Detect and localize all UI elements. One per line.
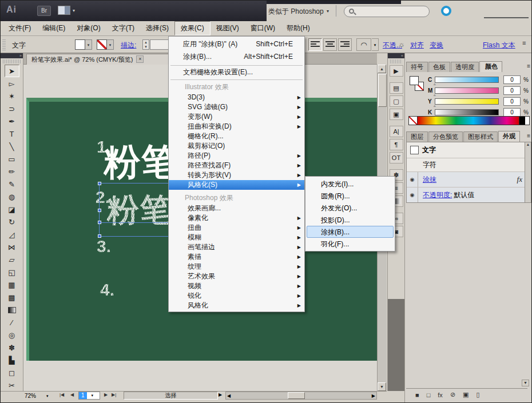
- color-panel-menu-icon[interactable]: ≡: [527, 63, 530, 69]
- scroll-down-icon[interactable]: ▼: [378, 382, 386, 391]
- next-artboard-button[interactable]: ▶: [104, 392, 108, 397]
- effect-menu-item[interactable]: 纹理 ▶: [169, 262, 304, 272]
- character-panel-icon[interactable]: A|: [390, 126, 403, 137]
- flash-text-link[interactable]: Flash 文本: [483, 41, 515, 50]
- transform-panel-icon[interactable]: ▢: [390, 95, 403, 107]
- panel-tab[interactable]: 图层: [406, 131, 428, 142]
- paintbrush-tool[interactable]: ✏: [5, 165, 19, 178]
- spectrum-bar[interactable]: [418, 116, 519, 125]
- channel-value-field[interactable]: 0: [503, 86, 521, 95]
- effect-menu-item[interactable]: 视频 ▶: [169, 281, 304, 291]
- previous-artboard-button[interactable]: ◀: [70, 392, 74, 397]
- effect-menu-item[interactable]: 锐化 ▶: [169, 291, 304, 301]
- menu-bar-item[interactable]: 文字(T): [106, 21, 140, 35]
- panel-scroll-down-icon[interactable]: ▼: [522, 380, 529, 386]
- bridge-button[interactable]: Br: [37, 6, 51, 16]
- align-panel-icon[interactable]: ▤: [390, 82, 403, 94]
- appearance-object-row[interactable]: 文字: [407, 142, 527, 158]
- blob-brush-tool[interactable]: ◍: [5, 190, 19, 203]
- type-tool[interactable]: T: [5, 127, 19, 140]
- channel-value-field[interactable]: 0: [503, 97, 521, 106]
- selection-tool[interactable]: ➤: [5, 65, 19, 77]
- scroll-up-icon[interactable]: ▲: [526, 142, 530, 146]
- channel-slider[interactable]: [435, 77, 499, 83]
- graph-tool[interactable]: ▙: [5, 354, 19, 366]
- slice-tool[interactable]: ✂: [5, 379, 19, 392]
- duplicate-item-button[interactable]: ▣: [463, 391, 469, 398]
- tools-panel-grip[interactable]: [3, 59, 21, 63]
- submenu-item[interactable]: 投影(D)...: [307, 214, 394, 226]
- effect-menu-item[interactable]: 素描 ▶: [169, 252, 304, 262]
- dock-grip[interactable]: [390, 59, 402, 63]
- line-tool[interactable]: ╲: [5, 140, 19, 153]
- channel-value-field[interactable]: 0: [503, 75, 521, 84]
- control-bar-grip[interactable]: [2, 39, 6, 50]
- vertical-scrollbar-thumb[interactable]: [378, 74, 387, 107]
- dock-expand-icon[interactable]: «: [388, 53, 404, 58]
- scribble-effect-link[interactable]: 涂抹: [423, 175, 436, 185]
- first-artboard-button[interactable]: |◀: [59, 392, 64, 397]
- effect-menu-item[interactable]: 风格化(S) ▶: [169, 180, 304, 190]
- pen-tool[interactable]: ✒: [5, 115, 19, 127]
- black-white-swatch[interactable]: [519, 116, 530, 125]
- magic-wand-tool[interactable]: ✶: [5, 90, 19, 102]
- appearance-panel-menu-icon[interactable]: ≡: [527, 133, 530, 139]
- scale-tool[interactable]: ◿: [5, 228, 19, 241]
- graphic-style-caret-icon[interactable]: ▾: [372, 38, 379, 51]
- graphic-style-button[interactable]: ◠: [356, 38, 371, 51]
- fill-color-swatch[interactable]: [75, 39, 85, 50]
- effect-menu-item[interactable]: 像素化 ▶: [169, 213, 304, 223]
- stroke-link[interactable]: 描边:: [121, 41, 136, 50]
- appearance-characters-row[interactable]: 字符: [407, 158, 527, 172]
- submenu-item[interactable]: 外发光(O)...: [307, 202, 394, 214]
- menu-bar-item[interactable]: 文件(F): [3, 21, 37, 35]
- opentype-panel-icon[interactable]: OT: [390, 152, 403, 163]
- submenu-item[interactable]: 圆角(R)...: [307, 190, 394, 202]
- menu-bar-item[interactable]: 视图(V): [211, 21, 245, 35]
- channel-slider[interactable]: [435, 109, 499, 115]
- status-popup-icon[interactable]: ▶: [219, 392, 222, 397]
- effect-menu-item[interactable]: 应用 "涂抹(B)" (A) Shift+Ctrl+E ▶: [169, 38, 304, 50]
- fill-color-caret-icon[interactable]: ▾: [85, 39, 92, 50]
- rectangle-tool[interactable]: ▭: [5, 153, 19, 165]
- panel-tab[interactable]: 透明度: [451, 62, 479, 72]
- cs-live-icon[interactable]: [441, 6, 451, 16]
- panel-tab[interactable]: 分色预览: [428, 131, 463, 142]
- channel-value-field[interactable]: 0: [503, 108, 521, 117]
- direct-selection-tool[interactable]: ▻: [5, 77, 19, 90]
- panel-tab[interactable]: 色板: [428, 62, 450, 72]
- new-fill-button[interactable]: □: [427, 392, 431, 398]
- visibility-eye-icon[interactable]: ◉: [407, 187, 418, 202]
- effect-menu-item[interactable]: 转换为形状(V) ▶: [169, 170, 304, 180]
- pencil-tool[interactable]: ✎: [5, 178, 19, 190]
- visibility-eye-icon[interactable]: ◉: [407, 172, 418, 187]
- symbol-sprayer-tool[interactable]: ✽: [5, 341, 19, 354]
- board-line-1-text[interactable]: 粉笔: [104, 137, 172, 187]
- tools-panel-collapse-icon[interactable]: »: [1, 53, 23, 58]
- effect-menu-item[interactable]: 3D(3) ▶: [169, 93, 304, 102]
- stroke-color-caret-icon[interactable]: ▾: [107, 39, 114, 50]
- artboard-tool[interactable]: ◻: [5, 366, 19, 379]
- mesh-tool[interactable]: ▩: [5, 291, 19, 304]
- blend-tool[interactable]: ◎: [5, 329, 19, 341]
- eraser-tool[interactable]: ◪: [5, 203, 19, 216]
- menu-bar-item[interactable]: 对象(O): [71, 21, 106, 35]
- appearance-scrollbar[interactable]: ▲: [525, 142, 531, 203]
- channel-slider[interactable]: [435, 87, 499, 94]
- gradient-tool[interactable]: [5, 304, 19, 316]
- effect-menu-item[interactable]: 效果画廊... ▶: [169, 204, 304, 213]
- appearance-opacity-row[interactable]: ◉ 不透明度: 默认值: [407, 187, 527, 202]
- menu-bar-item[interactable]: 效果(C): [174, 21, 211, 35]
- transform-panel-link[interactable]: 变换: [430, 41, 443, 50]
- stroke-weight-field[interactable]: [150, 39, 170, 50]
- document-tab[interactable]: 粉笔字效果.ai* @ 72% (CMYK/预览) ×: [26, 54, 170, 65]
- effect-menu-item[interactable]: 模糊 ▶: [169, 233, 304, 242]
- effect-menu-item[interactable]: 画笔描边 ▶: [169, 242, 304, 252]
- appearance-scribble-row[interactable]: ◉ 涂抹 fx: [407, 172, 527, 187]
- menu-bar-item[interactable]: 选择(S): [140, 21, 174, 35]
- effect-menu-item[interactable]: 扭曲 ▶: [169, 223, 304, 233]
- effect-menu-item[interactable]: SVG 滤镜(G) ▶: [169, 102, 304, 112]
- align-left-button[interactable]: [308, 38, 322, 51]
- status-field[interactable]: 选择: [124, 392, 218, 400]
- color-spectrum[interactable]: [408, 116, 530, 125]
